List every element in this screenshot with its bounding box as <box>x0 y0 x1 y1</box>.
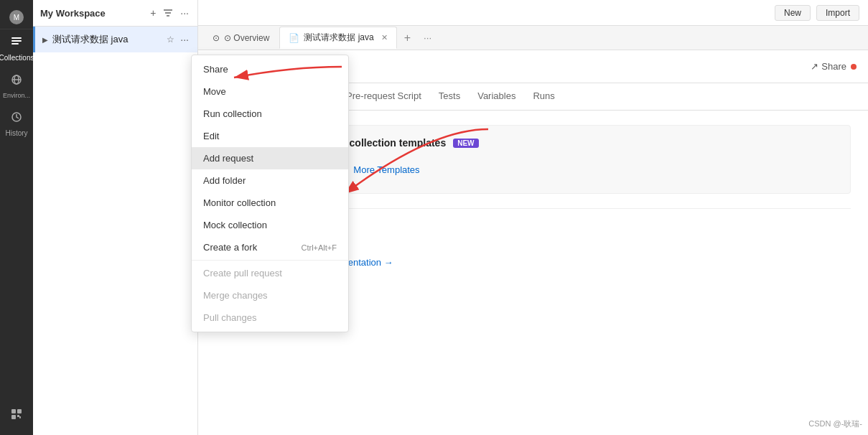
collection-context-menu-button[interactable]: ··· <box>179 32 190 47</box>
collection-tab-icon: 📄 <box>289 33 299 43</box>
collection-actions: ☆ ··· <box>165 32 190 47</box>
tab-bar: ⊙ ⊙ Overview 📄 测试请求数据 java ✕ + ··· <box>198 26 868 50</box>
sidebar-item-collections[interactable]: Collections <box>0 29 33 67</box>
menu-item-mock-collection[interactable]: Mock collection <box>192 214 348 236</box>
tab-more-button[interactable]: ··· <box>418 29 437 46</box>
menu-item-pull-changes: Pull changes <box>192 307 348 329</box>
collections-label: Collections <box>0 54 34 62</box>
menu-item-add-request[interactable]: Add request <box>192 147 348 169</box>
share-button[interactable]: ↗ Share <box>811 61 857 72</box>
panel-header: My Workspace + ··· <box>33 0 197 27</box>
sidebar-item-environments[interactable]: Environ... <box>0 67 33 105</box>
filter-button[interactable] <box>162 6 174 19</box>
add-collection-button[interactable]: + <box>149 6 157 20</box>
overview-tab-label: ⊙ Overview <box>224 33 269 43</box>
menu-item-monitor-collection[interactable]: Monitor collection <box>192 192 348 214</box>
collections-icon <box>10 35 23 51</box>
svg-rect-2 <box>11 43 19 45</box>
menu-item-add-folder[interactable]: Add folder <box>192 169 348 192</box>
sidebar: M Collections Environ... <box>0 0 33 435</box>
collections-panel: My Workspace + ··· ▶ 测试请求数据 java ☆ <box>33 0 198 435</box>
menu-item-edit[interactable]: Edit <box>192 125 348 147</box>
tab-close-icon[interactable]: ✕ <box>381 33 388 42</box>
nav-tab-pre-request-script[interactable]: Pre-request Script <box>337 83 430 110</box>
menu-item-merge-changes: Merge changes <box>192 284 348 307</box>
nav-tab-runs[interactable]: Runs <box>524 83 563 110</box>
collection-item[interactable]: ▶ 测试请求数据 java ☆ ··· <box>33 27 197 52</box>
nav-tab-variables[interactable]: Variables <box>469 83 524 110</box>
tab-overview[interactable]: ⊙ ⊙ Overview <box>204 29 278 47</box>
more-templates-link[interactable]: More Templates <box>349 160 424 179</box>
context-menu: Share Move Run collection Edit Add reque… <box>191 55 349 332</box>
environments-label: Environ... <box>3 92 30 99</box>
grid-icon <box>10 408 23 424</box>
top-bar-right: New Import <box>775 5 859 21</box>
history-icon <box>10 111 23 126</box>
svg-rect-10 <box>17 415 19 417</box>
nav-tab-tests[interactable]: Tests <box>430 83 469 110</box>
menu-item-share[interactable]: Share <box>192 58 348 80</box>
svg-rect-0 <box>11 37 22 39</box>
workspace-label: My Workspace <box>40 8 106 19</box>
avatar: M <box>9 10 24 24</box>
new-badge: NEW <box>453 139 478 148</box>
menu-item-move[interactable]: Move <box>192 80 348 103</box>
watermark: CSDN @-耿瑞- <box>808 418 862 429</box>
menu-item-create-pull: Create pull request <box>192 262 348 284</box>
svg-rect-8 <box>17 409 22 413</box>
expand-arrow-icon: ▶ <box>42 36 48 44</box>
panel-header-actions: + ··· <box>149 6 190 20</box>
collection-name-label: 测试请求数据 java <box>52 33 165 46</box>
menu-divider <box>192 260 348 261</box>
import-button[interactable]: Import <box>816 5 859 21</box>
share-notification-dot <box>851 64 857 70</box>
history-label: History <box>5 129 27 137</box>
app-container: M Collections Environ... <box>0 0 868 435</box>
sidebar-item-more[interactable] <box>0 402 33 435</box>
panel-more-button[interactable]: ··· <box>179 6 190 20</box>
collection-tab-label: 测试请求数据 java <box>304 32 373 44</box>
sidebar-item-history[interactable]: History <box>0 105 33 143</box>
user-area: M <box>0 6 33 29</box>
menu-item-run-collection[interactable]: Run collection <box>192 103 348 125</box>
share-icon: ↗ <box>811 61 818 72</box>
share-label: Share <box>821 61 846 72</box>
svg-rect-1 <box>11 40 22 42</box>
star-button[interactable]: ☆ <box>165 32 176 47</box>
svg-rect-9 <box>11 415 16 419</box>
menu-item-create-fork[interactable]: Create a fork Ctrl+Alt+F <box>192 236 348 258</box>
tab-add-button[interactable]: + <box>398 29 416 47</box>
svg-rect-7 <box>11 409 16 413</box>
overview-tab-icon: ⊙ <box>213 33 220 43</box>
new-button[interactable]: New <box>775 5 811 21</box>
tab-collection[interactable]: 📄 测试请求数据 java ✕ <box>279 27 396 49</box>
environments-icon <box>10 73 23 89</box>
top-bar: New Import <box>198 0 868 26</box>
